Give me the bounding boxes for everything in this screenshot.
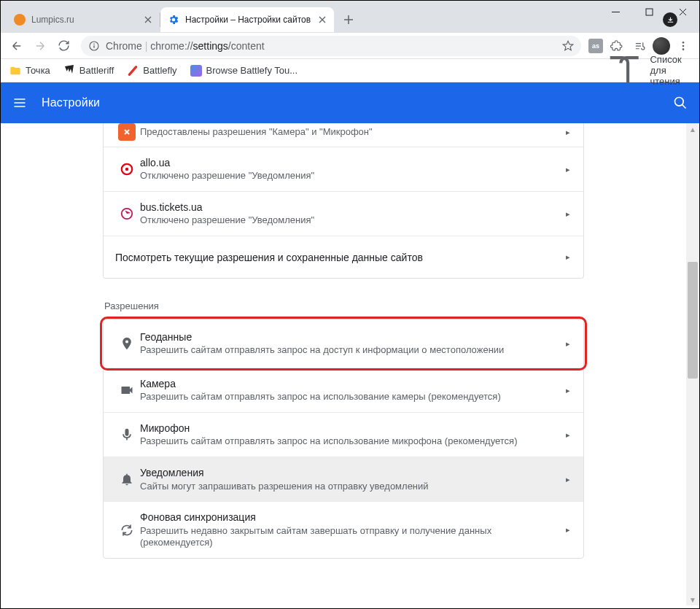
window-controls [599,1,699,23]
all-sites-label: Посмотреть текущие разрешения и сохранен… [114,251,566,264]
chevron-right-icon: ▸ [566,339,570,349]
permission-location[interactable]: Геоданные Разрешить сайтам отправлять за… [104,319,583,368]
site-favicon [114,123,140,141]
svg-point-4 [682,42,685,44]
chevron-right-icon: ▸ [566,475,570,484]
svg-rect-3 [93,45,94,48]
site-desc: Отключено разрешение "Уведомления" [140,170,566,182]
svg-point-5 [682,44,685,47]
bookmark-battlefly[interactable]: Battlefly [127,65,176,77]
bookmark-tochka[interactable]: Точка [9,65,50,77]
reading-list-label: Список для чтения [650,54,691,87]
back-button[interactable] [7,36,27,56]
reload-button[interactable] [53,36,74,56]
svg-point-2 [93,43,95,44]
slash-icon [127,65,139,77]
permission-desc: Разрешить недавно закрытым сайтам заверш… [140,525,566,550]
camera-icon [114,383,140,397]
settings-header: Настройки [1,82,699,123]
site-row-bustickets[interactable]: bus.tickets.ua Отключено разрешение "Уве… [104,191,583,236]
maximize-button[interactable] [632,1,666,23]
chevron-right-icon: ▸ [566,209,570,219]
bookmark-label: Browse Battlefy Tou... [206,65,298,76]
bell-icon [114,472,140,486]
permission-title: Уведомления [140,466,566,479]
bookmark-battleriff[interactable]: Battleriff [63,65,114,77]
folder-icon [9,65,21,77]
bookmark-battlefy[interactable]: Browse Battlefy Tou... [190,65,298,77]
bookmark-label: Battlefly [143,65,176,76]
forward-button[interactable] [30,36,50,56]
omnibox[interactable]: Chrome | chrome://settings/content [81,36,581,56]
close-icon[interactable] [142,14,154,26]
site-name: allo.ua [140,156,566,169]
tab-title: Настройки – Настройки сайтов [185,15,311,25]
titlebar: Lumpics.ru Настройки – Настройки сайтов [1,1,699,33]
close-window-button[interactable] [666,1,699,23]
site-row-camera-mic[interactable]: Предоставлены разрешения "Камера" и "Мик… [104,123,583,147]
site-desc: Отключено разрешение "Уведомления" [140,214,566,227]
permission-title: Геоданные [140,330,566,344]
favicon-lumpics [14,14,26,26]
permission-camera[interactable]: Камера Разрешить сайтам отправлять запро… [104,368,583,412]
scrollbar-thumb[interactable] [688,262,698,379]
reading-list-button[interactable]: Список для чтения [603,49,691,91]
sync-icon [114,523,140,538]
permission-desc: Разрешить сайтам отправлять запрос на ис… [140,391,566,403]
new-tab-button[interactable] [338,9,359,30]
tab-lumpics[interactable]: Lumpics.ru [7,7,160,32]
url-text: Chrome | chrome://settings/content [106,40,265,52]
permission-notifications[interactable]: Уведомления Сайты могут запрашивать разр… [104,457,583,501]
permission-desc: Сайты могут запрашивать разрешения на от… [140,481,566,493]
permission-title: Микрофон [140,422,566,435]
chevron-right-icon: ▸ [566,252,570,262]
svg-point-7 [675,98,684,106]
tab-settings[interactable]: Настройки – Настройки сайтов [160,7,334,32]
site-favicon [114,160,140,178]
site-desc: Предоставлены разрешения "Камера" и "Мик… [140,126,566,139]
chevron-right-icon: ▸ [566,430,570,440]
site-name: bus.tickets.ua [140,201,566,214]
permissions-section-header: Разрешения [103,279,584,319]
chevron-right-icon: ▸ [566,165,570,174]
bookmark-label: Точка [26,65,50,76]
settings-title: Настройки [42,96,100,109]
grid-icon [190,65,202,77]
scroll-down-icon[interactable]: ▼ [686,594,699,605]
bookmark-label: Battleriff [79,65,114,76]
tab-title: Lumpics.ru [31,15,136,25]
scrollbar[interactable]: ▲ ▼ [686,123,699,605]
all-sites-row[interactable]: Посмотреть текущие разрешения и сохранен… [104,236,583,278]
scroll-up-icon[interactable]: ▲ [686,123,699,135]
svg-point-9 [125,168,129,171]
permission-desc: Разрешить сайтам отправлять запрос на ис… [140,435,566,448]
settings-menu-button[interactable] [12,96,27,110]
recent-activity-card: Предоставлены разрешения "Камера" и "Мик… [103,123,584,279]
chevron-right-icon: ▸ [566,525,570,535]
permission-desc: Разрешить сайтам отправлять запрос на до… [140,344,566,357]
mic-icon [114,427,140,442]
toolbar: Chrome | chrome://settings/content as [1,33,699,59]
permissions-card: Геоданные Разрешить сайтам отправлять за… [103,319,584,559]
chevron-right-icon: ▸ [566,128,570,137]
settings-content: Предоставлены разрешения "Камера" и "Мик… [1,123,686,608]
settings-search-button[interactable] [673,96,688,110]
bookmarks-bar: Точка Battleriff Battlefly Browse Battle… [1,59,699,82]
permission-title: Фоновая синхронизация [140,511,566,524]
site-row-allo[interactable]: allo.ua Отключено разрешение "Уведомлени… [104,147,583,191]
favicon-settings [168,14,179,26]
permission-microphone[interactable]: Микрофон Разрешить сайтам отправлять зап… [104,412,583,457]
chevron-right-icon: ▸ [566,386,570,395]
permission-background-sync[interactable]: Фоновая синхронизация Разрешить недавно … [104,501,583,558]
site-favicon [114,205,140,222]
location-icon [114,336,140,351]
extension-lastfm-icon[interactable]: as [588,39,603,53]
site-info-icon[interactable] [88,40,100,52]
bookmark-star-icon[interactable] [562,40,574,52]
svg-rect-0 [646,9,653,15]
close-icon[interactable] [316,14,328,26]
reading-list-icon [603,49,645,91]
claws-icon [63,65,75,77]
permission-title: Камера [140,377,566,390]
minimize-button[interactable] [599,1,632,23]
